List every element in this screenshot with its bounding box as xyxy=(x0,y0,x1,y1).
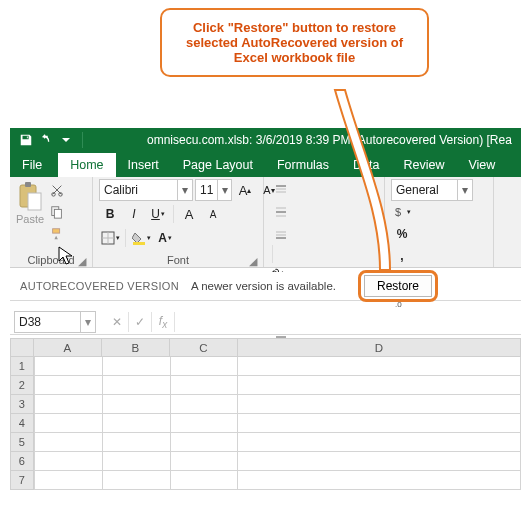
cell[interactable] xyxy=(171,376,239,395)
cell[interactable] xyxy=(238,433,521,452)
row-header[interactable]: 2 xyxy=(10,376,34,395)
formula-input[interactable] xyxy=(175,312,521,332)
cell[interactable] xyxy=(34,433,103,452)
cell[interactable] xyxy=(34,376,103,395)
column-header-a[interactable]: A xyxy=(34,338,102,357)
ribbon: Paste Clipboard◢ Calibri ▾ 11 xyxy=(10,177,521,268)
paste-label: Paste xyxy=(16,213,44,225)
cell[interactable] xyxy=(103,433,171,452)
callout-tail xyxy=(335,90,415,290)
font-size-value: 11 xyxy=(196,183,217,197)
grow-font-icon[interactable]: A xyxy=(178,203,200,225)
select-all-corner[interactable] xyxy=(10,338,34,357)
cell[interactable] xyxy=(34,357,103,376)
cell[interactable] xyxy=(238,357,521,376)
cell[interactable] xyxy=(171,452,239,471)
cell[interactable] xyxy=(103,376,171,395)
cell[interactable] xyxy=(103,471,171,490)
italic-button[interactable]: I xyxy=(123,203,145,225)
clipboard-dialog-launcher-icon[interactable]: ◢ xyxy=(76,255,88,267)
cell[interactable] xyxy=(103,395,171,414)
tab-insert[interactable]: Insert xyxy=(116,153,171,177)
cell[interactable] xyxy=(34,471,103,490)
font-label: Font xyxy=(167,254,189,266)
cell[interactable] xyxy=(238,452,521,471)
cell[interactable] xyxy=(103,414,171,433)
tab-formulas[interactable]: Formulas xyxy=(265,153,341,177)
chevron-down-icon[interactable]: ▾ xyxy=(457,180,472,200)
font-name-combo[interactable]: Calibri ▾ xyxy=(99,179,193,201)
cell[interactable] xyxy=(171,395,239,414)
cell[interactable] xyxy=(238,414,521,433)
svg-rect-11 xyxy=(133,242,145,245)
increase-font-icon[interactable]: A▴ xyxy=(234,179,256,201)
tab-view[interactable]: View xyxy=(456,153,507,177)
fill-color-button[interactable]: ▾ xyxy=(130,227,152,249)
cell[interactable] xyxy=(171,433,239,452)
save-icon[interactable] xyxy=(18,132,34,148)
row-header[interactable]: 4 xyxy=(10,414,34,433)
instruction-callout: Click "Restore" button to restore select… xyxy=(160,8,429,77)
cell[interactable] xyxy=(103,452,171,471)
title-bar: omnisecu.com.xlsb: 3/6/2019 8:39 PM (Aut… xyxy=(10,128,521,152)
cell[interactable] xyxy=(103,357,171,376)
row-header[interactable]: 1 xyxy=(10,357,34,376)
font-dialog-launcher-icon[interactable]: ◢ xyxy=(247,255,259,267)
cancel-formula-icon[interactable]: ✕ xyxy=(106,312,129,332)
group-clipboard: Paste Clipboard◢ xyxy=(10,177,93,267)
chevron-down-icon[interactable]: ▾ xyxy=(80,312,95,332)
chevron-down-icon[interactable]: ▾ xyxy=(177,180,192,200)
bold-button[interactable]: B xyxy=(99,203,121,225)
column-header-b[interactable]: B xyxy=(102,338,170,357)
underline-button[interactable]: U▾ xyxy=(147,203,169,225)
paste-icon xyxy=(16,181,44,213)
svg-rect-2 xyxy=(28,193,41,210)
undo-icon[interactable] xyxy=(38,132,54,148)
align-bottom-icon[interactable] xyxy=(270,223,292,245)
worksheet-grid[interactable]: A B C D 1234567 OmniSecu.com mniSecu.com… xyxy=(10,338,521,528)
format-painter-icon[interactable] xyxy=(48,225,66,243)
cell[interactable] xyxy=(171,471,239,490)
qatoggle-icon[interactable] xyxy=(58,132,74,148)
row-header[interactable]: 3 xyxy=(10,395,34,414)
svg-rect-6 xyxy=(55,209,62,218)
cell[interactable] xyxy=(34,395,103,414)
enter-formula-icon[interactable]: ✓ xyxy=(129,312,152,332)
tab-file[interactable]: File xyxy=(10,153,54,177)
tab-home[interactable]: Home xyxy=(58,153,115,177)
align-top-icon[interactable] xyxy=(270,179,292,201)
cell[interactable] xyxy=(171,357,239,376)
cell[interactable] xyxy=(34,452,103,471)
callout-text: Click "Restore" button to restore select… xyxy=(186,20,403,65)
ribbon-tabs: File Home Insert Page Layout Formulas Da… xyxy=(10,152,521,177)
cell[interactable] xyxy=(34,414,103,433)
paste-button[interactable]: Paste xyxy=(16,179,44,225)
window-title: omnisecu.com.xlsb: 3/6/2019 8:39 PM (Aut… xyxy=(87,133,521,147)
align-middle-icon[interactable] xyxy=(270,201,292,223)
messagebar-title: AUTORECOVERED VERSION xyxy=(20,280,179,292)
message-bar: AUTORECOVERED VERSION A newer version is… xyxy=(10,272,521,301)
column-header-c[interactable]: C xyxy=(170,338,238,357)
row-header[interactable]: 5 xyxy=(10,433,34,452)
copy-icon[interactable] xyxy=(48,203,66,221)
cell[interactable] xyxy=(238,471,521,490)
shrink-font-icon[interactable]: A xyxy=(202,203,224,225)
cell[interactable] xyxy=(238,395,521,414)
font-color-button[interactable]: A▾ xyxy=(154,227,176,249)
row-header[interactable]: 7 xyxy=(10,471,34,490)
font-size-combo[interactable]: 11 ▾ xyxy=(195,179,232,201)
mouse-cursor-icon xyxy=(58,246,74,266)
cell[interactable] xyxy=(238,376,521,395)
chevron-down-icon[interactable]: ▾ xyxy=(217,180,231,200)
row-header[interactable]: 6 xyxy=(10,452,34,471)
messagebar-message: A newer version is available. xyxy=(191,280,336,292)
cut-icon[interactable] xyxy=(48,181,66,199)
cell[interactable] xyxy=(171,414,239,433)
tab-page-layout[interactable]: Page Layout xyxy=(171,153,265,177)
fx-icon[interactable]: fx xyxy=(152,312,175,332)
name-box[interactable]: D38 ▾ xyxy=(14,311,96,333)
column-header-d[interactable]: D xyxy=(238,338,521,357)
group-font: Calibri ▾ 11 ▾ A▴ A▾ B I U▾ A A xyxy=(93,177,264,267)
borders-button[interactable]: ▾ xyxy=(99,227,121,249)
formula-bar: D38 ▾ ✕ ✓ fx xyxy=(10,310,521,335)
